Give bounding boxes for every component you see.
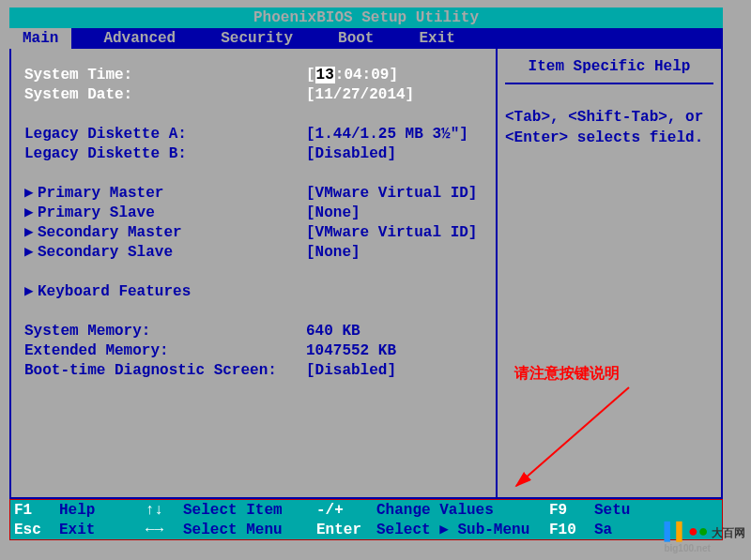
select-menu-label: Select Menu — [183, 521, 316, 540]
legacy-b-value[interactable]: [Disabled] — [306, 144, 396, 164]
primary-master-value[interactable]: [VMware Virtual ID] — [306, 184, 477, 204]
select-submenu-label: Select ▶ Sub-Menu — [376, 521, 549, 540]
extended-memory-value: 1047552 KB — [306, 341, 396, 361]
boot-diag-value[interactable]: [Disabled] — [306, 361, 396, 381]
row-secondary-master[interactable]: ▶Secondary Master [VMware Virtual ID] — [24, 223, 484, 243]
submenu-icon: ▶ — [24, 282, 38, 302]
row-secondary-slave[interactable]: ▶Secondary Slave [None] — [24, 243, 484, 263]
menu-bar: Main Advanced Security Boot Exit — [9, 28, 723, 49]
updown-icon: ↑↓ — [146, 501, 183, 521]
menu-boot[interactable]: Boot — [325, 28, 387, 49]
f1-action: Help — [59, 501, 146, 521]
extended-memory-label: Extended Memory: — [24, 341, 306, 361]
select-item-label: Select Item — [183, 501, 316, 521]
help-text: <Tab>, <Shift-Tab>, or <Enter> selects f… — [505, 107, 713, 148]
keyboard-features-label: ▶Keyboard Features — [24, 282, 306, 302]
f9-action: Setu — [594, 501, 630, 521]
row-legacy-a[interactable]: Legacy Diskette A: [1.44/1.25 MB 3½"] — [24, 125, 484, 144]
submenu-icon: ▶ — [24, 204, 38, 223]
menu-exit[interactable]: Exit — [406, 28, 467, 49]
body-area: System Time: [13:04:09] System Date: [11… — [9, 49, 723, 499]
system-time-label: System Time: — [24, 66, 306, 85]
row-system-date[interactable]: System Date: [11/27/2014] — [24, 85, 484, 105]
system-memory-label: System Memory: — [24, 322, 306, 341]
secondary-master-value[interactable]: [VMware Virtual ID] — [306, 223, 477, 243]
menu-security[interactable]: Security — [207, 28, 306, 49]
row-extended-memory: Extended Memory: 1047552 KB — [24, 341, 484, 361]
primary-master-label: ▶Primary Master — [24, 184, 306, 204]
primary-slave-label: ▶Primary Slave — [24, 204, 306, 223]
legacy-b-label: Legacy Diskette B: — [24, 144, 306, 164]
submenu-icon: ▶ — [24, 184, 38, 204]
menu-advanced[interactable]: Advanced — [90, 28, 189, 49]
f1-key: F1 — [14, 501, 59, 521]
esc-key: Esc — [14, 521, 59, 540]
enter-key: Enter — [316, 521, 376, 540]
system-date-label: System Date: — [24, 85, 306, 105]
f10-key: F10 — [549, 521, 594, 540]
plusminus-key: -/+ — [316, 501, 376, 521]
row-legacy-b[interactable]: Legacy Diskette B: [Disabled] — [24, 144, 484, 164]
secondary-slave-label: ▶Secondary Slave — [24, 243, 306, 263]
row-system-memory: System Memory: 640 KB — [24, 322, 484, 341]
bios-window: PhoenixBIOS Setup Utility Main Advanced … — [9, 8, 723, 542]
footer-help-bar: F1 Help ↑↓ Select Item -/+ Change Values… — [9, 499, 723, 540]
row-boot-diag[interactable]: Boot-time Diagnostic Screen: [Disabled] — [24, 361, 484, 381]
f9-key: F9 — [549, 501, 594, 521]
leftright-icon: ←→ — [146, 521, 183, 540]
secondary-master-label: ▶Secondary Master — [24, 223, 306, 243]
row-primary-slave[interactable]: ▶Primary Slave [None] — [24, 204, 484, 223]
title-bar: PhoenixBIOS Setup Utility — [9, 8, 723, 28]
legacy-a-value[interactable]: [1.44/1.25 MB 3½"] — [306, 125, 468, 144]
legacy-a-label: Legacy Diskette A: — [24, 125, 306, 144]
esc-action: Exit — [59, 521, 146, 540]
system-time-value[interactable]: [13:04:09] — [306, 66, 398, 85]
boot-diag-label: Boot-time Diagnostic Screen: — [24, 361, 306, 381]
change-values-label: Change Values — [376, 501, 549, 521]
system-memory-value: 640 KB — [306, 322, 360, 341]
help-title: Item Specific Help — [505, 58, 713, 84]
row-primary-master[interactable]: ▶Primary Master [VMware Virtual ID] — [24, 184, 484, 204]
menu-main[interactable]: Main — [9, 28, 71, 49]
row-keyboard-features[interactable]: ▶Keyboard Features — [24, 282, 484, 302]
submenu-icon: ▶ — [24, 243, 38, 263]
main-panel: System Time: [13:04:09] System Date: [11… — [11, 49, 496, 497]
system-date-value[interactable]: [11/27/2014] — [306, 85, 414, 105]
help-panel: Item Specific Help <Tab>, <Shift-Tab>, o… — [496, 49, 721, 497]
f10-action: Sa — [594, 521, 612, 540]
submenu-icon: ▶ — [24, 223, 38, 243]
secondary-slave-value[interactable]: [None] — [306, 243, 360, 263]
primary-slave-value[interactable]: [None] — [306, 204, 360, 223]
row-system-time[interactable]: System Time: [13:04:09] — [24, 66, 484, 85]
